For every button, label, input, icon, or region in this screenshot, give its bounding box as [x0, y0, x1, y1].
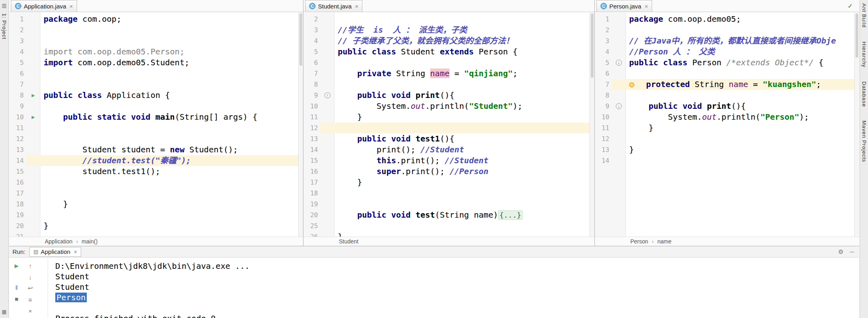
code-line[interactable]: 25 — [303, 220, 594, 231]
code-line[interactable]: 5public class Student extends Person { — [303, 46, 594, 57]
run-icon[interactable]: ▶ — [26, 90, 40, 101]
code-line[interactable]: 17 } — [303, 177, 594, 188]
code-line[interactable]: 19 — [303, 199, 594, 210]
rerun-icon[interactable]: ▶ — [13, 262, 21, 270]
code-line[interactable]: 3//学生 is 人 ： 派生类，子类 — [303, 25, 594, 35]
code-line[interactable]: 2 — [9, 25, 303, 35]
code-line[interactable]: 9↑ public void print(){ — [303, 90, 594, 101]
code-line[interactable]: 21 — [9, 231, 303, 237]
code-line[interactable]: 12 — [9, 133, 303, 144]
up-stack-icon[interactable]: ↑ — [26, 262, 34, 270]
code-line[interactable]: 1package com.oop.demo05; — [595, 14, 859, 25]
code-line[interactable]: 20 public void test(String name){...} — [303, 210, 594, 220]
close-tab-icon[interactable]: × — [355, 3, 358, 10]
override-down-icon[interactable]: ↓ — [612, 57, 626, 68]
code-line[interactable]: 6 — [303, 57, 594, 68]
code-line[interactable]: 7 private String name = "qinjiang"; — [303, 68, 594, 79]
pause-output-icon[interactable]: ‖ — [13, 283, 21, 291]
code-line[interactable]: 10▶ public static void main(String[] arg… — [9, 112, 303, 123]
code-line[interactable]: 2 — [303, 14, 594, 25]
soft-wrap-icon[interactable]: ↩ — [26, 284, 34, 292]
code-line[interactable]: 3// 在Java中，所有的类，都默认直接或者间接继承Obje — [595, 35, 859, 46]
code-line[interactable]: 4import com.oop.demo05.Person; — [9, 46, 303, 57]
code-line[interactable]: 11 } — [595, 123, 859, 133]
code-line[interactable]: 20} — [9, 220, 303, 231]
code-line[interactable]: 17 — [9, 188, 303, 199]
hide-panel-icon[interactable]: ─ — [850, 248, 854, 255]
breadcrumb-item[interactable]: name — [657, 238, 671, 245]
code-line[interactable]: 13 Student student = new Student(); — [9, 144, 303, 155]
code-line[interactable]: 26} — [303, 231, 594, 237]
code-line[interactable]: 15 student.test1(); — [9, 166, 303, 177]
code-line[interactable]: 10 System.out.println("Student"); — [303, 101, 594, 112]
tool-window-icon[interactable]: ▥ — [2, 2, 6, 8]
close-run-tab-icon[interactable]: × — [73, 248, 77, 255]
code-line[interactable]: 14 //student.test("秦疆"); — [9, 155, 303, 166]
code-line[interactable]: 9↓ public void print(){ — [595, 101, 859, 112]
code-line[interactable]: 6 — [9, 68, 303, 79]
override-up-icon[interactable]: ↑ — [320, 90, 335, 101]
code-line[interactable]: 14 — [595, 155, 859, 166]
code-line[interactable]: 2 — [595, 25, 859, 35]
code-line[interactable]: 13} — [595, 144, 859, 155]
code-line[interactable]: 16 super.print(); //Person — [303, 166, 594, 177]
code-line[interactable]: 10 System.out.println("Person"); — [595, 112, 859, 123]
code-line[interactable]: 8 — [303, 79, 594, 90]
code-line[interactable]: 11 — [9, 123, 303, 133]
tool-button-database[interactable]: Database — [861, 81, 867, 107]
code-line[interactable]: 12 — [595, 133, 859, 144]
tool-button-hierarchy[interactable]: Hierarchy — [861, 42, 867, 68]
code-editor[interactable]: 1package com.oop.demo05;23// 在Java中，所有的类… — [595, 12, 859, 237]
clear-console-icon[interactable]: × — [26, 307, 34, 315]
breadcrumb-item[interactable]: Person — [630, 238, 648, 245]
code-line[interactable]: 18 } — [9, 199, 303, 210]
close-tab-icon[interactable]: × — [69, 3, 73, 10]
intention-bulb-icon[interactable] — [629, 82, 634, 87]
stop-icon[interactable]: ■ — [13, 295, 21, 303]
code-editor[interactable]: 1package com.oop;234import com.oop.demo0… — [9, 12, 303, 237]
inspections-ok-icon[interactable]: ✓ — [847, 2, 853, 10]
scrollbar-thumb[interactable] — [855, 13, 858, 58]
code-line[interactable]: 19 — [9, 210, 303, 220]
tab-application-java[interactable]: C Application.java × — [11, 0, 77, 12]
scrollbar-thumb[interactable] — [299, 13, 302, 66]
code-line[interactable]: 3 — [9, 35, 303, 46]
code-line[interactable]: 4// 子类继承了父类，就会拥有父类的全部方法！ — [303, 35, 594, 46]
tab-person-java[interactable]: C Person.java × — [596, 0, 652, 12]
close-tab-icon[interactable]: × — [644, 3, 648, 10]
code-line[interactable]: 18 — [303, 188, 594, 199]
code-line[interactable]: 11 } — [303, 112, 594, 123]
breadcrumb-item[interactable]: Student — [339, 238, 358, 245]
console-output[interactable]: D:\Environment\jdk8\jdk\bin\java.exe ...… — [48, 258, 859, 318]
breadcrumb-item[interactable]: main() — [82, 238, 98, 245]
code-line[interactable]: 16 — [9, 177, 303, 188]
override-down-icon[interactable]: ↓ — [612, 101, 626, 112]
settings-gear-icon[interactable]: ⚙ — [838, 248, 843, 256]
code-line[interactable]: 5↓public class Person /*extends Object*/… — [595, 57, 859, 68]
code-line[interactable]: 15 this.print(); //Student — [303, 155, 594, 166]
editor-scrollbar[interactable] — [298, 12, 303, 237]
code-line[interactable]: 8▶public class Application { — [9, 90, 303, 101]
code-line[interactable]: 14 print(); //Student — [303, 144, 594, 155]
tab-student-java[interactable]: C Student.java × — [305, 0, 362, 12]
toolwindow-switcher-icon[interactable]: ▦ — [2, 309, 6, 315]
down-stack-icon[interactable]: ↓ — [26, 273, 34, 281]
code-line[interactable]: 8 — [595, 90, 859, 101]
code-line[interactable]: 13 public void test1(){ — [303, 133, 594, 144]
run-icon[interactable]: ▶ — [26, 112, 40, 123]
code-editor[interactable]: 23//学生 is 人 ： 派生类，子类4// 子类继承了父类，就会拥有父类的全… — [303, 12, 594, 237]
code-line[interactable]: 1package com.oop; — [9, 14, 303, 25]
code-line[interactable]: 7 — [9, 79, 303, 90]
breadcrumb-item[interactable]: Application — [45, 238, 73, 245]
scrollbar-thumb[interactable] — [591, 13, 594, 78]
run-tab-application[interactable]: ▤ Application × — [29, 247, 81, 257]
tool-button-ant-build[interactable]: Ant Build — [861, 3, 867, 28]
editor-scrollbar[interactable] — [854, 12, 859, 237]
code-line[interactable]: 9 — [9, 101, 303, 112]
tool-button-project[interactable]: 1: Project — [1, 13, 7, 39]
code-line[interactable]: 5import com.oop.demo05.Student; — [9, 57, 303, 68]
editor-scrollbar[interactable] — [590, 12, 594, 237]
scroll-end-icon[interactable]: ≡ — [26, 295, 34, 303]
code-line[interactable]: 6 — [595, 68, 859, 79]
code-line[interactable]: 7 protected String name = "kuangshen"; — [595, 79, 859, 90]
